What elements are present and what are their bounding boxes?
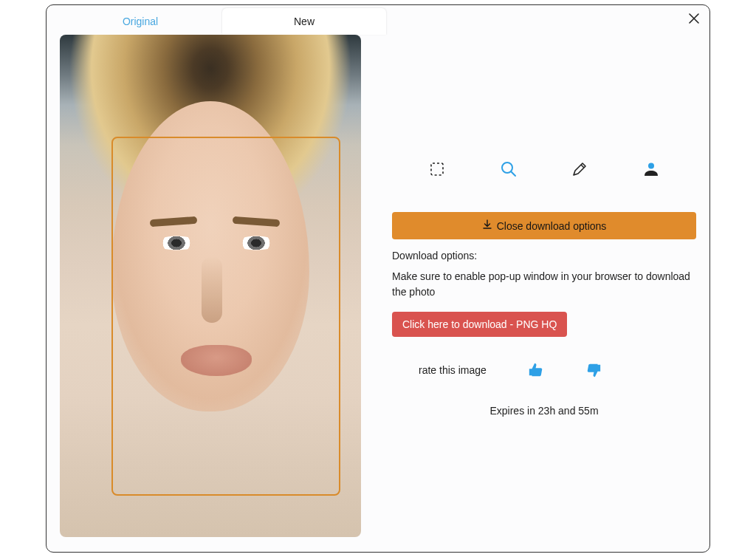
thumbs-down-icon[interactable] [585,362,602,378]
tab-bar: Original New [58,8,709,35]
svg-line-2 [511,171,515,176]
svg-rect-0 [431,163,443,175]
magnify-icon[interactable] [498,159,519,180]
person-icon[interactable] [641,159,662,180]
modal-dialog: Original New [46,4,710,553]
crop-icon[interactable] [427,159,447,180]
pencil-icon[interactable] [569,159,590,180]
close-icon[interactable] [689,13,699,26]
result-image[interactable] [60,35,361,537]
close-download-label: Close download options [497,220,607,232]
controls-panel: Close download options Download options:… [392,35,696,539]
rate-row: rate this image [419,362,696,378]
rate-label: rate this image [419,364,487,376]
crop-overlay[interactable] [111,137,340,496]
svg-point-3 [648,163,654,169]
download-options-title: Download options: [392,250,696,262]
download-hint: Make sure to enable pop-up window in you… [392,269,696,300]
tab-new[interactable]: New [222,8,386,35]
content-area: Close download options Download options:… [47,35,709,552]
tool-row [427,159,662,180]
download-png-button[interactable]: Click here to download - PNG HQ [392,312,567,337]
image-panel [60,35,370,539]
close-download-options-button[interactable]: Close download options [392,212,696,239]
thumbs-up-icon[interactable] [528,362,544,378]
download-icon [482,219,492,232]
expires-text: Expires in 23h and 55m [392,405,696,417]
tab-original[interactable]: Original [58,8,222,35]
